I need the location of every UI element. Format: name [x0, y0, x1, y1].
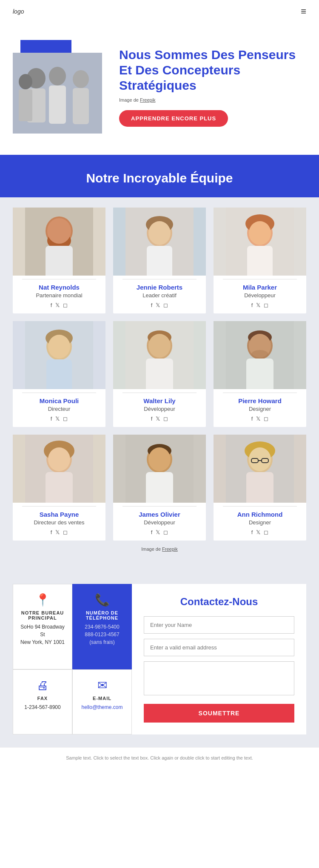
svg-point-28 [48, 335, 70, 359]
instagram-icon-3[interactable]: ◻ [63, 416, 68, 422]
team-divider-0 [22, 279, 96, 279]
site-footer: Sample text. Click to select the text bo… [0, 747, 319, 768]
team-socials-8: f 𝕏 ◻ [251, 529, 269, 535]
learn-more-button[interactable]: APPRENDRE ENCORE PLUS [119, 110, 228, 127]
instagram-icon-4[interactable]: ◻ [163, 416, 168, 422]
team-socials-4: f 𝕏 ◻ [151, 416, 168, 422]
team-name-6: Sasha Payne [40, 511, 79, 518]
instagram-icon-7[interactable]: ◻ [163, 529, 168, 535]
team-divider-5 [223, 393, 297, 393]
twitter-icon-6[interactable]: 𝕏 [55, 529, 60, 535]
team-freepik-link[interactable]: Freepik [162, 546, 178, 552]
team-socials-6: f 𝕏 ◻ [51, 529, 68, 535]
email-link[interactable]: hello@theme.com [82, 704, 123, 710]
facebook-icon-1[interactable]: f [151, 302, 153, 308]
svg-rect-48 [146, 472, 173, 503]
twitter-icon-8[interactable]: 𝕏 [256, 529, 260, 535]
instagram-icon-6[interactable]: ◻ [63, 529, 68, 535]
team-photo-3 [13, 321, 105, 389]
hero-image-block [13, 40, 111, 134]
twitter-icon-1[interactable]: 𝕏 [156, 302, 160, 308]
contact-card-office: 📍 NOTRE BUREAU PRINCIPAL SoHo 94 Broadwa… [13, 584, 72, 669]
facebook-icon-6[interactable]: f [51, 529, 52, 535]
team-grid: Nat Reynolds Partenaire mondial f 𝕏 ◻ [13, 208, 306, 541]
instagram-icon-5[interactable]: ◻ [264, 416, 268, 422]
team-socials-0: f 𝕏 ◻ [51, 302, 68, 308]
team-photo-5 [214, 321, 306, 389]
team-photo-0 [13, 208, 105, 276]
hero-photo [13, 53, 102, 134]
team-photo-8 [214, 435, 306, 503]
twitter-icon-3[interactable]: 𝕏 [55, 416, 60, 422]
twitter-icon-2[interactable]: 𝕏 [256, 302, 260, 308]
team-photo-6 [13, 435, 105, 503]
team-name-4: Walter Lily [143, 397, 175, 404]
svg-point-33 [148, 334, 171, 358]
instagram-icon-8[interactable]: ◻ [264, 529, 268, 535]
team-name-1: Jennie Roberts [137, 284, 182, 291]
team-role-8: Designer [249, 519, 271, 526]
fax-icon: 🖨 [37, 678, 48, 692]
facebook-icon-3[interactable]: f [51, 416, 52, 422]
team-role-4: Développeur [144, 406, 175, 412]
twitter-icon-0[interactable]: 𝕏 [55, 302, 60, 308]
contact-card-detail-1: 234-9876-5400888-0123-4567 (sans frais) [80, 623, 125, 646]
svg-rect-43 [46, 472, 73, 503]
team-role-2: Développeur [244, 292, 276, 299]
twitter-icon-4[interactable]: 𝕏 [156, 416, 160, 422]
svg-rect-8 [19, 89, 32, 121]
team-section-title: Notre Incroyable Équipe [0, 167, 319, 197]
hero-text-block: Nous Sommes Des Penseurs Et Des Concepte… [119, 47, 306, 127]
team-role-0: Partenaire mondial [36, 292, 82, 299]
team-role-7: Développeur [144, 519, 175, 526]
hero-image-credit: Image de Freepik [119, 97, 306, 102]
instagram-icon-2[interactable]: ◻ [264, 302, 268, 308]
svg-point-3 [49, 67, 66, 85]
svg-rect-22 [247, 246, 273, 276]
team-card-4: Walter Lily Développeur f 𝕏 ◻ [113, 321, 206, 427]
site-header: logo ≡ [0, 0, 319, 23]
svg-point-7 [19, 74, 32, 89]
svg-rect-6 [73, 88, 89, 124]
team-socials-7: f 𝕏 ◻ [151, 529, 168, 535]
facebook-icon-5[interactable]: f [251, 416, 253, 422]
contact-card-title-1: NUMÉRO DE TÉLÉPHONE [80, 610, 125, 620]
contact-card-fax: 🖨 FAX 1-234-567-8900 [13, 669, 72, 734]
twitter-icon-7[interactable]: 𝕏 [156, 529, 160, 535]
team-card-7: James Olivier Développeur f 𝕏 ◻ [113, 435, 206, 541]
instagram-icon-1[interactable]: ◻ [163, 302, 168, 308]
team-divider-3 [22, 393, 96, 393]
svg-point-13 [47, 218, 71, 244]
contact-card-title-3: E-MAIL [93, 696, 111, 701]
email-icon: ✉ [97, 678, 107, 692]
menu-icon[interactable]: ≡ [301, 6, 306, 17]
contact-message-textarea[interactable] [144, 661, 294, 695]
team-role-6: Directeur des ventes [34, 519, 84, 526]
freepik-link[interactable]: Freepik [140, 97, 156, 102]
team-image-credit: Image de Freepik [13, 541, 306, 554]
twitter-icon-5[interactable]: 𝕏 [256, 416, 260, 422]
svg-rect-53 [246, 472, 273, 503]
facebook-icon-2[interactable]: f [251, 302, 253, 308]
team-name-3: Monica Pouli [40, 397, 79, 404]
team-name-2: Mila Parker [243, 284, 277, 291]
facebook-icon-7[interactable]: f [151, 529, 153, 535]
hero-title: Nous Sommes Des Penseurs Et Des Concepte… [119, 47, 306, 93]
contact-card-email: ✉ E-MAIL hello@theme.com [72, 669, 132, 734]
facebook-icon-8[interactable]: f [251, 529, 253, 535]
svg-point-5 [73, 70, 89, 88]
team-socials-3: f 𝕏 ◻ [51, 416, 68, 422]
contact-name-input[interactable] [144, 616, 294, 634]
logo: logo [13, 8, 24, 15]
team-name-7: James Olivier [139, 511, 180, 518]
team-card-6: Sasha Payne Directeur des ventes f 𝕏 ◻ [13, 435, 105, 541]
team-photo-2 [214, 208, 306, 276]
instagram-icon-0[interactable]: ◻ [63, 302, 68, 308]
contact-email-input[interactable] [144, 639, 294, 656]
submit-button[interactable]: SOUMETTRE [144, 704, 294, 723]
contact-card-title-2: FAX [37, 696, 48, 701]
team-card-2: Mila Parker Développeur f 𝕏 ◻ [214, 208, 306, 313]
facebook-icon-0[interactable]: f [51, 302, 52, 308]
facebook-icon-4[interactable]: f [151, 416, 153, 422]
svg-rect-32 [146, 359, 173, 389]
